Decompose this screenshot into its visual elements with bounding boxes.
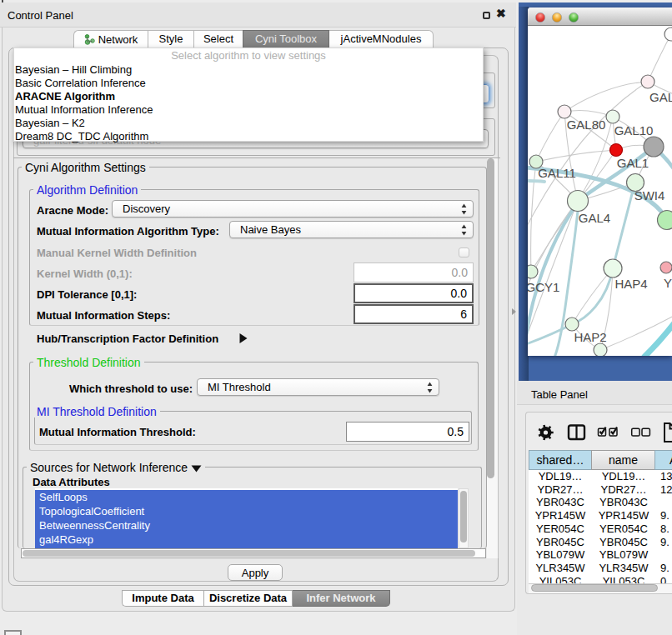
svg-text:YE: YE xyxy=(664,276,672,290)
svg-text:GAL80: GAL80 xyxy=(567,118,606,132)
svg-text:GAL1: GAL1 xyxy=(617,156,649,170)
svg-text:GAL: GAL xyxy=(649,90,672,104)
svg-text:HAP2: HAP2 xyxy=(574,330,606,344)
svg-text:SWI4: SWI4 xyxy=(634,188,665,202)
svg-text:GAL11: GAL11 xyxy=(538,166,576,180)
svg-text:GAL10: GAL10 xyxy=(614,123,654,138)
svg-text:HAP4: HAP4 xyxy=(614,277,647,291)
svg-text:GAL4: GAL4 xyxy=(579,211,610,225)
svg-text:GCY1: GCY1 xyxy=(528,280,559,294)
